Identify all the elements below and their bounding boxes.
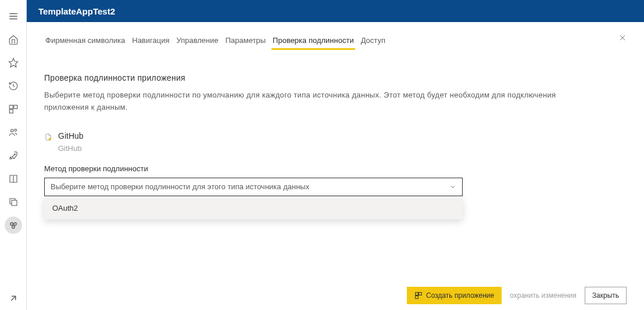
- tab-navigation[interactable]: Навигация: [131, 33, 170, 50]
- rocket-icon[interactable]: [0, 144, 27, 167]
- auth-method-label: Метод проверки подлинности: [44, 164, 627, 173]
- svg-rect-19: [419, 293, 422, 295]
- chevron-down-icon: [449, 183, 456, 190]
- data-source-row: GitHub GitHub: [44, 131, 627, 153]
- app-title: TemplateAppTest2: [38, 6, 115, 16]
- svg-rect-6: [9, 110, 13, 113]
- footer-actions: Создать приложение охранить изменения За…: [407, 287, 627, 304]
- svg-rect-5: [13, 105, 17, 109]
- svg-point-12: [10, 223, 13, 226]
- source-name: GitHub: [58, 131, 84, 140]
- tab-bar: Фирменная символика Навигация Управление…: [44, 33, 627, 50]
- tab-authentication[interactable]: Проверка подлинности: [271, 33, 355, 50]
- hamburger-icon[interactable]: [0, 5, 27, 28]
- svg-rect-18: [416, 293, 418, 295]
- save-changes-button[interactable]: охранить изменения: [507, 287, 579, 304]
- create-app-label: Создать приложение: [426, 291, 494, 300]
- dropdown-option-oauth2[interactable]: OAuth2: [44, 197, 463, 219]
- main-panel: TemplateAppTest2 Фирменная символика Нав…: [27, 0, 644, 310]
- source-type: GitHub: [58, 144, 84, 153]
- book-icon[interactable]: [0, 167, 27, 190]
- svg-point-14: [12, 226, 15, 229]
- close-button-label: Закрыть: [592, 291, 619, 300]
- app-icon: [414, 291, 423, 300]
- close-button[interactable]: Закрыть: [585, 287, 627, 304]
- content-area: Фирменная символика Навигация Управление…: [27, 22, 644, 310]
- apps-icon[interactable]: [0, 98, 27, 121]
- dropdown-placeholder: Выберите метод проверки подлинности для …: [51, 182, 309, 191]
- home-icon[interactable]: [0, 28, 27, 51]
- svg-point-17: [49, 138, 51, 140]
- svg-point-13: [13, 223, 16, 226]
- people-icon[interactable]: [0, 121, 27, 144]
- svg-point-7: [10, 129, 13, 132]
- auth-method-dropdown[interactable]: Выберите метод проверки подлинности для …: [44, 178, 463, 196]
- tab-access[interactable]: Доступ: [360, 33, 387, 50]
- auth-method-dropdown-wrapper: Выберите метод проверки подлинности для …: [44, 178, 463, 196]
- close-icon[interactable]: [618, 34, 627, 44]
- file-icon: [44, 132, 52, 143]
- app-header: TemplateAppTest2: [27, 0, 644, 22]
- save-changes-label: охранить изменения: [510, 291, 577, 300]
- tab-branding[interactable]: Фирменная символика: [44, 33, 126, 50]
- svg-point-8: [14, 129, 16, 131]
- svg-rect-4: [9, 105, 13, 109]
- expand-icon[interactable]: [0, 287, 27, 310]
- recent-icon[interactable]: [0, 74, 27, 98]
- workspace-icon[interactable]: [5, 217, 22, 234]
- svg-rect-11: [12, 200, 17, 206]
- section-description: Выберите метод проверки подлинности по у…: [44, 89, 602, 114]
- star-icon[interactable]: [0, 51, 27, 74]
- source-info: GitHub GitHub: [58, 131, 84, 153]
- create-app-button[interactable]: Создать приложение: [407, 287, 502, 304]
- section-title: Проверка подлинности приложения: [44, 73, 627, 82]
- svg-marker-3: [9, 59, 17, 67]
- svg-rect-20: [416, 296, 418, 299]
- left-nav-sidebar: [0, 0, 27, 310]
- dropdown-menu: OAuth2: [44, 197, 463, 219]
- tab-control[interactable]: Управление: [175, 33, 219, 50]
- tab-parameters[interactable]: Параметры: [224, 33, 267, 50]
- copy-icon[interactable]: [0, 190, 27, 214]
